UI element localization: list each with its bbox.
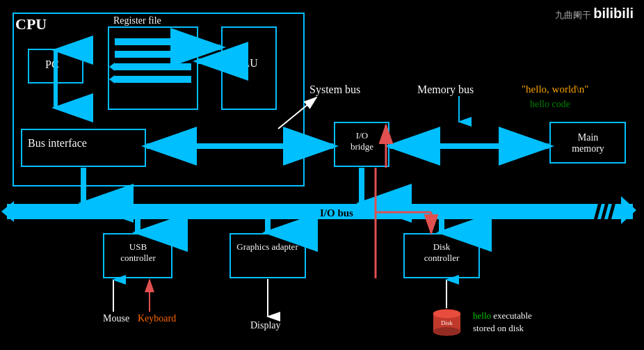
hello-world-label: "hello, world\n" — [522, 83, 588, 95]
main-memory-label: Mainmemory — [562, 132, 614, 154]
cpu-label: CPU — [15, 15, 47, 33]
hello-green-text: hello — [473, 310, 491, 321]
stored-on-disk-text: stored on disk — [473, 323, 524, 333]
mouse-label: Mouse — [103, 313, 129, 324]
usb-controller-label: USBcontroller — [108, 241, 168, 264]
display-label: Display — [250, 320, 281, 331]
hello-code-label: hello code — [530, 99, 570, 110]
diagram: CPU Register file ALU PC Bus interface I… — [0, 0, 644, 350]
hash-marks — [597, 198, 614, 219]
disk-controller-label: Diskcontroller — [410, 241, 473, 264]
memory-bus-label: Memory bus — [417, 83, 474, 96]
hello-exec-text: executable — [493, 310, 532, 321]
watermark: 九曲阑干 bilibili — [555, 6, 634, 22]
io-bus-arrow-left — [1, 201, 14, 222]
bus-interface-label: Bus interface — [28, 137, 87, 150]
watermark-brand: bilibili — [593, 6, 634, 21]
keyboard-label: Keyboard — [138, 313, 176, 324]
io-bridge-label: I/Obridge — [339, 130, 385, 152]
alu-label: ALU — [235, 57, 258, 70]
pc-label: PC — [45, 58, 59, 71]
graphics-adapter-box — [230, 233, 306, 278]
disk-icon: Disk — [428, 308, 466, 336]
graphics-adapter-label: Graphics adapter — [234, 241, 300, 253]
register-file-label: Register file — [113, 15, 161, 26]
svg-point-3 — [433, 310, 460, 318]
svg-text:Disk: Disk — [441, 319, 453, 326]
hello-exec-label: hello executable stored on disk — [473, 310, 532, 335]
register-file-box — [108, 26, 198, 110]
svg-point-2 — [433, 327, 460, 335]
system-bus-label: System bus — [309, 83, 360, 96]
io-bus-arrow-right — [621, 196, 636, 224]
watermark-chinese: 九曲阑干 — [555, 10, 594, 20]
io-bus-label: I/O bus — [320, 207, 353, 219]
